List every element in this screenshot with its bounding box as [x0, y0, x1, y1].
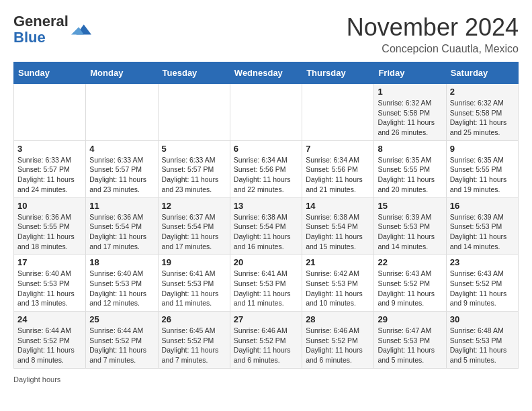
calendar-cell: 27Sunrise: 6:46 AM Sunset: 5:52 PM Dayli…	[230, 312, 302, 369]
day-number: 26	[162, 314, 226, 324]
day-number: 12	[162, 201, 226, 211]
day-info: Sunrise: 6:32 AM Sunset: 5:58 PM Dayligh…	[378, 98, 442, 138]
day-info: Sunrise: 6:39 AM Sunset: 5:53 PM Dayligh…	[378, 212, 442, 252]
day-info: Sunrise: 6:44 AM Sunset: 5:52 PM Dayligh…	[17, 326, 82, 365]
day-info: Sunrise: 6:40 AM Sunset: 5:53 PM Dayligh…	[17, 269, 82, 308]
day-info: Sunrise: 6:46 AM Sunset: 5:52 PM Dayligh…	[306, 326, 370, 365]
calendar-cell: 16Sunrise: 6:39 AM Sunset: 5:53 PM Dayli…	[446, 197, 518, 255]
day-info: Sunrise: 6:47 AM Sunset: 5:53 PM Dayligh…	[378, 326, 442, 365]
calendar-cell: 23Sunrise: 6:43 AM Sunset: 5:52 PM Dayli…	[446, 255, 518, 312]
day-number: 19	[162, 257, 226, 267]
calendar-cell: 3Sunrise: 6:33 AM Sunset: 5:57 PM Daylig…	[14, 140, 86, 197]
day-info: Sunrise: 6:34 AM Sunset: 5:56 PM Dayligh…	[234, 155, 298, 195]
day-info: Sunrise: 6:41 AM Sunset: 5:53 PM Dayligh…	[162, 269, 226, 308]
day-info: Sunrise: 6:48 AM Sunset: 5:53 PM Dayligh…	[450, 326, 515, 365]
calendar-cell: 25Sunrise: 6:44 AM Sunset: 5:52 PM Dayli…	[86, 312, 158, 369]
day-number: 21	[306, 257, 370, 267]
day-info: Sunrise: 6:35 AM Sunset: 5:55 PM Dayligh…	[450, 155, 515, 195]
day-info: Sunrise: 6:36 AM Sunset: 5:55 PM Dayligh…	[17, 212, 82, 252]
calendar-cell	[86, 84, 158, 141]
calendar-day-header: Tuesday	[158, 62, 230, 84]
calendar-cell	[158, 84, 230, 141]
day-number: 16	[450, 201, 515, 211]
calendar-week-row: 24Sunrise: 6:44 AM Sunset: 5:52 PM Dayli…	[14, 312, 519, 369]
day-info: Sunrise: 6:45 AM Sunset: 5:52 PM Dayligh…	[162, 326, 226, 365]
calendar-week-row: 17Sunrise: 6:40 AM Sunset: 5:53 PM Dayli…	[14, 255, 519, 312]
day-info: Sunrise: 6:46 AM Sunset: 5:52 PM Dayligh…	[234, 326, 298, 365]
calendar-week-row: 3Sunrise: 6:33 AM Sunset: 5:57 PM Daylig…	[14, 140, 519, 197]
day-info: Sunrise: 6:37 AM Sunset: 5:54 PM Dayligh…	[162, 212, 226, 252]
calendar-cell: 12Sunrise: 6:37 AM Sunset: 5:54 PM Dayli…	[158, 197, 230, 255]
title-block: November 2024 Concepcion Cuautla, Mexico	[347, 13, 519, 55]
day-info: Sunrise: 6:41 AM Sunset: 5:53 PM Dayligh…	[234, 269, 298, 308]
day-number: 30	[450, 314, 515, 324]
day-info: Sunrise: 6:39 AM Sunset: 5:53 PM Dayligh…	[450, 212, 515, 252]
month-title: November 2024	[347, 13, 519, 42]
calendar-cell: 24Sunrise: 6:44 AM Sunset: 5:52 PM Dayli…	[14, 312, 86, 369]
calendar-cell: 17Sunrise: 6:40 AM Sunset: 5:53 PM Dayli…	[14, 255, 86, 312]
day-info: Sunrise: 6:38 AM Sunset: 5:54 PM Dayligh…	[306, 212, 370, 252]
day-number: 4	[89, 144, 154, 154]
day-info: Sunrise: 6:33 AM Sunset: 5:57 PM Dayligh…	[89, 155, 154, 195]
calendar-cell: 13Sunrise: 6:38 AM Sunset: 5:54 PM Dayli…	[230, 197, 302, 255]
day-info: Sunrise: 6:44 AM Sunset: 5:52 PM Dayligh…	[89, 326, 154, 365]
day-info: Sunrise: 6:43 AM Sunset: 5:52 PM Dayligh…	[450, 269, 515, 308]
calendar-cell: 11Sunrise: 6:36 AM Sunset: 5:54 PM Dayli…	[86, 197, 158, 255]
day-info: Sunrise: 6:33 AM Sunset: 5:57 PM Dayligh…	[17, 155, 82, 195]
day-number: 3	[17, 144, 82, 154]
day-info: Sunrise: 6:34 AM Sunset: 5:56 PM Dayligh…	[306, 155, 370, 195]
day-number: 23	[450, 257, 515, 267]
day-number: 17	[17, 257, 82, 267]
calendar-cell: 19Sunrise: 6:41 AM Sunset: 5:53 PM Dayli…	[158, 255, 230, 312]
day-number: 20	[234, 257, 298, 267]
calendar-cell: 14Sunrise: 6:38 AM Sunset: 5:54 PM Dayli…	[302, 197, 374, 255]
calendar-week-row: 10Sunrise: 6:36 AM Sunset: 5:55 PM Dayli…	[14, 197, 519, 255]
day-number: 25	[89, 314, 154, 324]
calendar-cell: 30Sunrise: 6:48 AM Sunset: 5:53 PM Dayli…	[446, 312, 518, 369]
day-info: Sunrise: 6:35 AM Sunset: 5:55 PM Dayligh…	[378, 155, 442, 195]
calendar-cell: 26Sunrise: 6:45 AM Sunset: 5:52 PM Dayli…	[158, 312, 230, 369]
day-number: 9	[450, 144, 515, 154]
day-number: 7	[306, 144, 370, 154]
day-number: 8	[378, 144, 442, 154]
calendar-cell: 15Sunrise: 6:39 AM Sunset: 5:53 PM Dayli…	[374, 197, 446, 255]
day-number: 14	[306, 201, 370, 211]
location: Concepcion Cuautla, Mexico	[347, 43, 519, 55]
day-info: Sunrise: 6:40 AM Sunset: 5:53 PM Dayligh…	[89, 269, 154, 308]
calendar-cell	[230, 84, 302, 141]
day-info: Sunrise: 6:42 AM Sunset: 5:53 PM Dayligh…	[306, 269, 370, 308]
logo-icon	[71, 19, 91, 40]
day-info: Sunrise: 6:38 AM Sunset: 5:54 PM Dayligh…	[234, 212, 298, 252]
calendar-cell: 9Sunrise: 6:35 AM Sunset: 5:55 PM Daylig…	[446, 140, 518, 197]
day-number: 29	[378, 314, 442, 324]
calendar-day-header: Monday	[86, 62, 158, 84]
day-number: 1	[378, 87, 442, 97]
day-number: 18	[89, 257, 154, 267]
calendar-cell: 8Sunrise: 6:35 AM Sunset: 5:55 PM Daylig…	[374, 140, 446, 197]
day-number: 15	[378, 201, 442, 211]
day-number: 13	[234, 201, 298, 211]
calendar-day-header: Sunday	[14, 62, 86, 84]
day-info: Sunrise: 6:33 AM Sunset: 5:57 PM Dayligh…	[162, 155, 226, 195]
calendar-cell: 18Sunrise: 6:40 AM Sunset: 5:53 PM Dayli…	[86, 255, 158, 312]
day-number: 24	[17, 314, 82, 324]
calendar-day-header: Thursday	[302, 62, 374, 84]
calendar-week-row: 1Sunrise: 6:32 AM Sunset: 5:58 PM Daylig…	[14, 84, 519, 141]
calendar-table: SundayMondayTuesdayWednesdayThursdayFrid…	[13, 62, 519, 369]
day-number: 11	[89, 201, 154, 211]
day-number: 27	[234, 314, 298, 324]
calendar-cell	[14, 84, 86, 141]
calendar-cell: 4Sunrise: 6:33 AM Sunset: 5:57 PM Daylig…	[86, 140, 158, 197]
calendar-cell: 22Sunrise: 6:43 AM Sunset: 5:52 PM Dayli…	[374, 255, 446, 312]
calendar-cell: 29Sunrise: 6:47 AM Sunset: 5:53 PM Dayli…	[374, 312, 446, 369]
day-number: 5	[162, 144, 226, 154]
calendar-header-row: SundayMondayTuesdayWednesdayThursdayFrid…	[14, 62, 519, 84]
calendar-cell: 21Sunrise: 6:42 AM Sunset: 5:53 PM Dayli…	[302, 255, 374, 312]
calendar-cell: 7Sunrise: 6:34 AM Sunset: 5:56 PM Daylig…	[302, 140, 374, 197]
calendar-day-header: Saturday	[446, 62, 518, 84]
calendar-cell: 10Sunrise: 6:36 AM Sunset: 5:55 PM Dayli…	[14, 197, 86, 255]
calendar-cell	[302, 84, 374, 141]
calendar-day-header: Friday	[374, 62, 446, 84]
footer: Daylight hours	[13, 375, 519, 383]
logo: General Blue	[13, 13, 91, 46]
